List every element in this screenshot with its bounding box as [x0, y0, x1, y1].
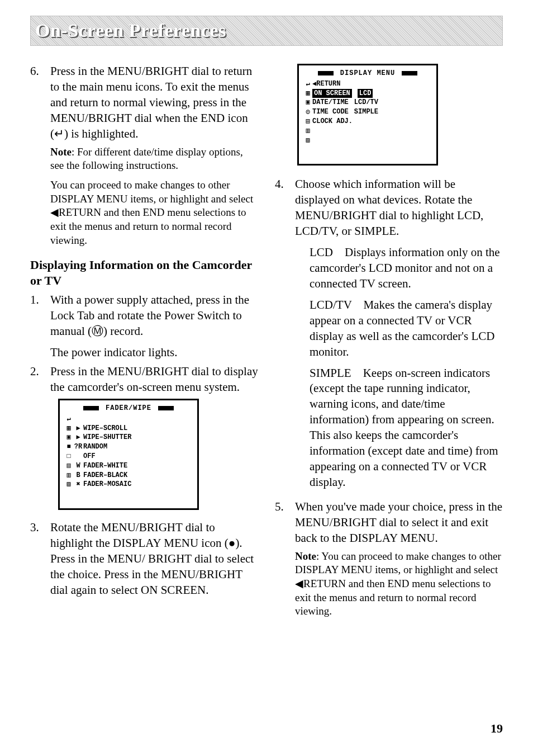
- lcd-row: ▨✖FADER–MOSAIC: [64, 480, 193, 489]
- selected-value: LCD: [358, 89, 373, 98]
- step-number: 5.: [275, 499, 295, 618]
- lcd-mid-icon: ?R: [73, 442, 83, 452]
- lcd-item-text: [83, 414, 193, 424]
- step-number: 3.: [30, 520, 50, 598]
- step-number: 1.: [30, 292, 50, 361]
- lcd-item-text: FADER–WHITE: [83, 461, 193, 471]
- note-block: Note: You can proceed to make changes to…: [295, 550, 503, 618]
- lcd-item-text: FADER–MOSAIC: [83, 480, 193, 489]
- lcd-mid-icon: B: [73, 471, 83, 480]
- lcd-row: ◎TIME CODESIMPLE: [303, 107, 432, 117]
- lcd-item-text: TIME CODE: [312, 107, 354, 117]
- step-number: 6.: [30, 64, 50, 247]
- lcd-side-icon: ▣: [303, 98, 312, 107]
- lcd-item-text: WIPE–SHUTTER: [83, 433, 193, 442]
- lcd-title-row: FADER/WIPE: [64, 404, 193, 413]
- step-text: Press in the MENU/BRIGHT dial to display…: [50, 365, 258, 394]
- display-menu-wrap: DISPLAY MENU ↵◀RETURN ▦ON SCREENLCD ▣DAT…: [297, 64, 426, 166]
- lcd-side-icon: ■: [64, 442, 73, 452]
- lcd-row: ↵◀RETURN: [303, 79, 432, 89]
- step-4: 4. Choose which information will be disp…: [275, 177, 503, 496]
- note-text: : You can proceed to make changes to oth…: [295, 550, 501, 617]
- display-menu: DISPLAY MENU ↵◀RETURN ▦ON SCREENLCD ▣DAT…: [297, 64, 438, 166]
- lcd-row: ▣DATE/TIMELCD/TV: [303, 98, 432, 107]
- note-label: Note: [50, 146, 72, 158]
- step-body: When you've made your choice, press in t…: [295, 499, 503, 618]
- option-list: LCD Displays information only on the cam…: [310, 245, 503, 490]
- lcd-title-text: DISPLAY MENU: [340, 69, 395, 77]
- lcd-item-value: LCD: [358, 89, 373, 98]
- step-text: When you've made your choice, press in t…: [295, 500, 502, 545]
- lcd-row: ■?RRANDOM: [64, 442, 193, 452]
- lcd-side-icon: ▨: [64, 480, 73, 489]
- step-body: Rotate the MENU/BRIGHT dial to highlight…: [50, 520, 258, 598]
- lcd-mid-icon: [73, 452, 83, 461]
- lcd-title-text: FADER/WIPE: [106, 404, 151, 412]
- manual-page: On-Screen Preferences 6. Press in the ME…: [0, 0, 533, 756]
- step-body: Press in the MENU/BRIGHT dial to return …: [50, 64, 258, 247]
- step-after: The power indicator lights.: [50, 345, 258, 361]
- lcd-item-text: WIPE–SCROLL: [83, 424, 193, 433]
- two-column-layout: 6. Press in the MENU/BRIGHT dial to retu…: [30, 64, 503, 622]
- lcd-side-icon: ◎: [303, 107, 312, 117]
- lcd-row: ↵: [64, 414, 193, 424]
- lcd-mid-icon: ✖: [73, 480, 83, 489]
- lcd-item-text: RANDOM: [83, 442, 193, 452]
- selected-label: ON SCREEN: [312, 89, 352, 98]
- step-text: Rotate the MENU/BRIGHT dial to highlight…: [50, 521, 254, 597]
- lcd-side-icon: ↵: [303, 79, 312, 89]
- lcd-side-icon: ▦: [303, 89, 312, 98]
- lcd-item-value: LCD/TV: [354, 98, 378, 107]
- bar-icon: [83, 406, 99, 410]
- lcd-row: □OFF: [64, 452, 193, 461]
- step-number: 2.: [30, 364, 50, 395]
- step-text: Press in the MENU/BRIGHT dial to return …: [50, 64, 252, 140]
- right-column: DISPLAY MENU ↵◀RETURN ▦ON SCREENLCD ▣DAT…: [275, 64, 503, 622]
- page-title: On-Screen Preferences: [35, 20, 226, 41]
- bar-icon: [158, 406, 174, 410]
- bar-icon: [318, 71, 334, 75]
- fader-wipe-menu: FADER/WIPE ↵ ▦▶WIPE–SCROLL ▣▶WIPE–SHUTTE…: [58, 399, 199, 510]
- lcd-side-icon: ▨: [303, 136, 312, 145]
- bar-icon: [402, 71, 417, 75]
- lcd-mid-icon: ▶: [73, 433, 83, 442]
- lcd-row: ▣▶WIPE–SHUTTER: [64, 433, 193, 442]
- note-text: : For different date/time display option…: [50, 146, 243, 172]
- page-number: 19: [491, 721, 503, 736]
- lcd-item-text: CLOCK ADJ.: [312, 117, 358, 126]
- lcd-row: ▥BFADER–BLACK: [64, 471, 193, 480]
- step-text: Choose which information will be display…: [295, 177, 483, 238]
- lcd-row: ▨: [303, 136, 432, 145]
- lcd-item-value: SIMPLE: [354, 107, 378, 117]
- note-label: Note: [295, 550, 316, 562]
- lcd-side-icon: ▣: [64, 433, 73, 442]
- page-title-bar: On-Screen Preferences: [30, 16, 503, 46]
- lcd-row: ▦▶WIPE–SCROLL: [64, 424, 193, 433]
- lcd-row: ▤CLOCK ADJ.: [303, 117, 432, 126]
- lcd-mid-icon: ▶: [73, 424, 83, 433]
- lcd-side-icon: ▥: [64, 471, 73, 480]
- lcd-item-text: FADER–BLACK: [83, 471, 193, 480]
- option-lcd: LCD Displays information only on the cam…: [310, 245, 503, 292]
- option-lcd-tv: LCD/TV Makes the camera's display appear…: [310, 297, 503, 360]
- step-body: Press in the MENU/BRIGHT dial to display…: [50, 364, 258, 395]
- lcd-row-selected: ▦ON SCREENLCD: [303, 89, 432, 98]
- lcd-side-icon: ↵: [64, 414, 73, 424]
- note-block: Note: For different date/time display op…: [50, 145, 258, 173]
- left-column: 6. Press in the MENU/BRIGHT dial to retu…: [30, 64, 258, 622]
- step-6: 6. Press in the MENU/BRIGHT dial to retu…: [30, 64, 258, 247]
- lcd-item-text: [312, 136, 318, 145]
- step-number: 4.: [275, 177, 295, 496]
- step-body: With a power supply attached, press in t…: [50, 292, 258, 361]
- step-1: 1. With a power supply attached, press i…: [30, 292, 258, 361]
- lcd-title-row: DISPLAY MENU: [303, 69, 432, 78]
- continuation-para: You can proceed to make changes to other…: [50, 178, 258, 247]
- step-5: 5. When you've made your choice, press i…: [275, 499, 503, 618]
- lcd-side-icon: ▤: [303, 117, 312, 126]
- lcd-mid-icon: W: [73, 461, 83, 471]
- lcd-item-text: DATE/TIME: [312, 98, 354, 107]
- lcd-side-icon: ▦: [64, 424, 73, 433]
- lcd-item-text: [312, 126, 318, 136]
- lcd-item-text: OFF: [83, 452, 193, 461]
- lcd-side-icon: ▥: [303, 126, 312, 136]
